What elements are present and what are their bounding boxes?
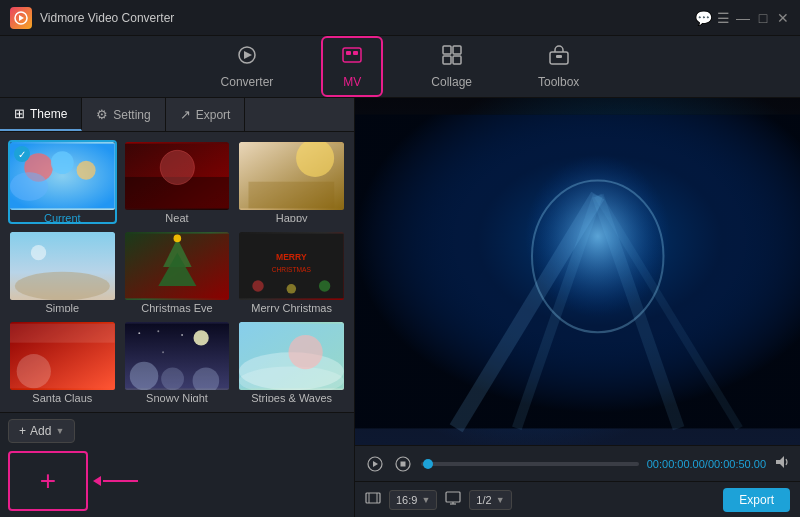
- export-icon: ↗: [180, 107, 191, 122]
- svg-point-52: [289, 335, 323, 369]
- tab-toolbox-label: Toolbox: [538, 75, 579, 89]
- svg-text:CHRISTMAS: CHRISTMAS: [272, 266, 312, 273]
- drop-zone-plus-icon: +: [40, 467, 56, 495]
- svg-rect-9: [443, 56, 451, 64]
- bottom-controls: 16:9 ▼ 1/2 ▼ Export: [355, 481, 800, 517]
- export-button[interactable]: Export: [723, 488, 790, 512]
- tab-collage[interactable]: Collage: [413, 38, 490, 95]
- theme-item-merry-christmas[interactable]: MERRY CHRISTMAS Merry Christmas: [237, 230, 346, 314]
- sub-tab-theme[interactable]: ⊞ Theme: [0, 98, 82, 131]
- sub-tabs: ⊞ Theme ⚙ Setting ↗ Export: [0, 98, 354, 132]
- svg-point-42: [129, 362, 158, 390]
- svg-point-46: [157, 330, 159, 332]
- mv-icon: [341, 44, 363, 71]
- svg-point-15: [51, 151, 74, 174]
- svg-marker-62: [373, 461, 378, 467]
- right-panel: VIDMORE 00:00:00.00/00:00:50.00: [355, 98, 800, 517]
- left-panel: ⊞ Theme ⚙ Setting ↗ Export: [0, 98, 355, 517]
- media-area: + Add ▼ +: [0, 412, 354, 517]
- main-content: ⊞ Theme ⚙ Setting ↗ Export: [0, 98, 800, 517]
- theme-item-simple[interactable]: Simple: [8, 230, 117, 314]
- ratio-dropdown-icon: ▼: [421, 495, 430, 505]
- maximize-button[interactable]: □: [756, 11, 770, 25]
- svg-rect-12: [556, 55, 562, 58]
- theme-current-label: Current: [10, 212, 115, 224]
- arrow-line: [103, 480, 138, 482]
- svg-rect-64: [401, 461, 406, 466]
- message-button[interactable]: 💬: [696, 11, 710, 25]
- titlebar-left: Vidmore Video Converter: [10, 7, 174, 29]
- theme-item-christmas-eve[interactable]: Christmas Eve: [123, 230, 232, 314]
- svg-text:MERRY: MERRY: [276, 252, 307, 262]
- theme-item-stripes-waves[interactable]: Stripes & Waves: [237, 320, 346, 404]
- theme-item-neat[interactable]: Neat: [123, 140, 232, 224]
- sub-tab-export-label: Export: [196, 108, 231, 122]
- svg-marker-3: [244, 51, 252, 59]
- svg-point-36: [287, 284, 297, 294]
- video-preview: VIDMORE: [355, 98, 800, 445]
- progress-dot: [423, 459, 433, 469]
- toolbox-icon: [548, 44, 570, 71]
- theme-simple-label: Simple: [10, 302, 115, 314]
- play-button[interactable]: [365, 454, 385, 474]
- converter-icon: [236, 44, 258, 71]
- minimize-button[interactable]: —: [736, 11, 750, 25]
- tab-mv-label: MV: [343, 75, 361, 89]
- stop-button[interactable]: [393, 454, 413, 474]
- add-label: Add: [30, 424, 51, 438]
- svg-point-20: [160, 150, 194, 184]
- svg-rect-10: [453, 56, 461, 64]
- ratio-selector[interactable]: 16:9 ▼: [389, 490, 437, 510]
- add-button[interactable]: + Add ▼: [8, 419, 75, 443]
- svg-rect-66: [366, 493, 380, 503]
- titlebar-controls: 💬 ☰ — □ ✕: [696, 11, 790, 25]
- svg-rect-4: [343, 48, 361, 62]
- theme-item-snowy-night[interactable]: Snowy Night: [123, 320, 232, 404]
- tab-mv[interactable]: MV: [321, 36, 383, 97]
- svg-point-41: [193, 330, 208, 345]
- svg-point-17: [10, 172, 48, 201]
- tab-converter[interactable]: Converter: [203, 38, 292, 95]
- theme-item-current[interactable]: ✓ Current: [8, 140, 117, 224]
- svg-rect-6: [353, 51, 358, 55]
- sub-tab-setting-label: Setting: [113, 108, 150, 122]
- svg-point-43: [161, 367, 184, 390]
- progress-track[interactable]: [421, 462, 639, 466]
- add-dropdown-arrow-icon: ▼: [55, 426, 64, 436]
- monitor-icon: [445, 490, 461, 509]
- close-button[interactable]: ✕: [776, 11, 790, 25]
- svg-rect-39: [10, 324, 115, 343]
- svg-marker-1: [19, 15, 24, 21]
- svg-point-34: [253, 280, 264, 291]
- setting-icon: ⚙: [96, 107, 108, 122]
- theme-snowy-night-label: Snowy Night: [125, 392, 230, 404]
- page-dropdown-icon: ▼: [496, 495, 505, 505]
- playback-controls: 00:00:00.00/00:00:50.00: [355, 445, 800, 481]
- theme-item-santa-claus[interactable]: Santa Claus: [8, 320, 117, 404]
- svg-point-35: [319, 280, 330, 291]
- drop-zone[interactable]: +: [8, 451, 88, 511]
- sub-tab-setting[interactable]: ⚙ Setting: [82, 98, 165, 131]
- theme-item-happy[interactable]: Happy: [237, 140, 346, 224]
- theme-happy-label: Happy: [239, 212, 344, 224]
- add-plus-icon: +: [19, 424, 26, 438]
- nav-tabs: Converter MV Collage: [0, 36, 800, 98]
- svg-rect-8: [453, 46, 461, 54]
- tab-toolbox[interactable]: Toolbox: [520, 38, 597, 95]
- svg-point-55: [507, 145, 689, 347]
- collage-icon: [441, 44, 463, 71]
- svg-point-47: [181, 334, 183, 336]
- sub-tab-theme-label: Theme: [30, 107, 67, 121]
- theme-christmas-eve-label: Christmas Eve: [125, 302, 230, 314]
- sub-tab-export[interactable]: ↗ Export: [166, 98, 246, 131]
- page-value: 1/2: [476, 494, 491, 506]
- page-selector[interactable]: 1/2 ▼: [469, 490, 511, 510]
- theme-selected-check: ✓: [14, 146, 30, 162]
- theme-neat-label: Neat: [125, 212, 230, 224]
- svg-point-30: [173, 235, 181, 243]
- menu-button[interactable]: ☰: [716, 11, 730, 25]
- titlebar: Vidmore Video Converter 💬 ☰ — □ ✕: [0, 0, 800, 36]
- theme-santa-claus-label: Santa Claus: [10, 392, 115, 404]
- svg-rect-69: [446, 492, 460, 502]
- volume-icon[interactable]: [774, 454, 790, 473]
